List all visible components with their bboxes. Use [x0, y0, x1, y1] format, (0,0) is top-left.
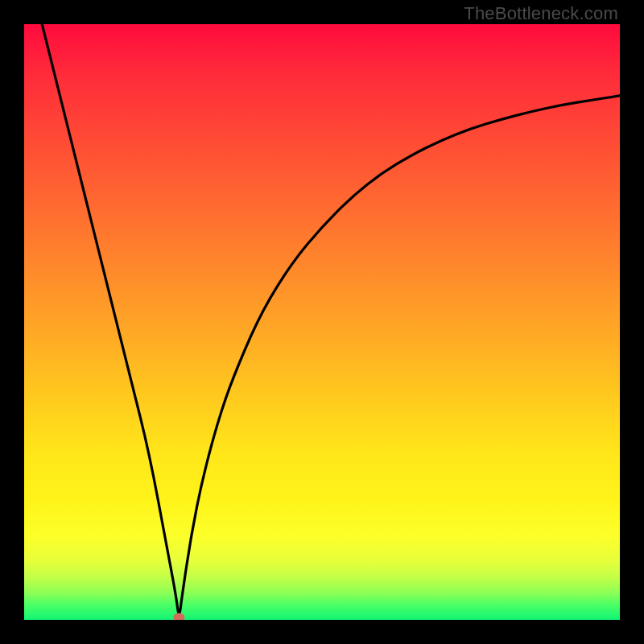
plot-area: [24, 24, 620, 620]
minimum-marker: [173, 613, 184, 621]
bottleneck-curve: [42, 24, 620, 614]
chart-frame: TheBottleneck.com: [0, 0, 644, 644]
curve-layer: [24, 24, 620, 620]
watermark-label: TheBottleneck.com: [464, 3, 618, 24]
